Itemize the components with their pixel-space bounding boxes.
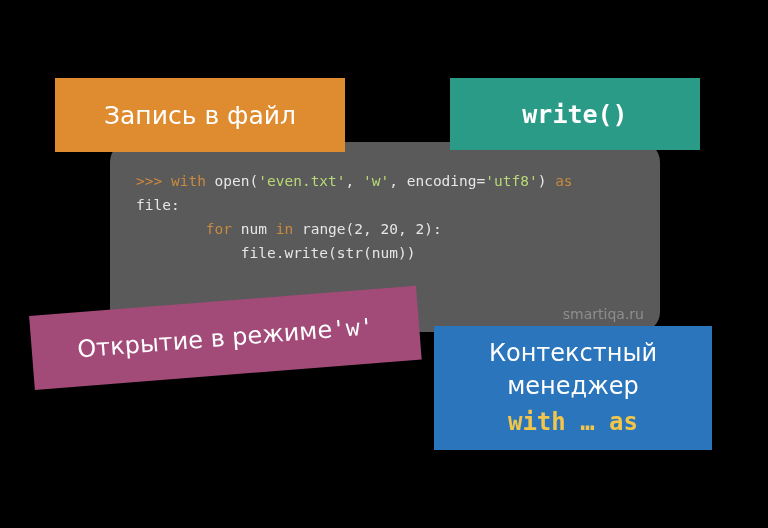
card-with-as-label: with … as bbox=[508, 406, 638, 438]
code-content: >>> with open('even.txt', 'w', encoding=… bbox=[136, 170, 634, 266]
card-context-line2: менеджер bbox=[507, 372, 639, 400]
str-mode: 'w' bbox=[363, 173, 389, 189]
card-open-mode-value: 'w' bbox=[331, 313, 374, 342]
kw-as: as bbox=[555, 173, 572, 189]
card-context-manager: Контекстный менеджер with … as bbox=[434, 326, 712, 450]
card-write-to-file-label: Запись в файл bbox=[104, 101, 296, 130]
kw-with: with bbox=[171, 173, 206, 189]
fn-range: range bbox=[302, 221, 346, 237]
code-prompt: >>> bbox=[136, 173, 162, 189]
card-context-line1: Контекстный bbox=[489, 339, 657, 367]
kw-for: for bbox=[206, 221, 232, 237]
card-write-to-file: Запись в файл bbox=[55, 78, 345, 152]
card-open-mode: Открытие в режиме 'w' bbox=[29, 286, 422, 390]
var-file: file bbox=[136, 197, 171, 213]
kw-in: in bbox=[276, 221, 293, 237]
site-watermark: smartiqa.ru bbox=[563, 306, 644, 322]
card-write-fn: write() bbox=[450, 78, 700, 150]
str-filename: 'even.txt' bbox=[258, 173, 345, 189]
card-write-fn-label: write() bbox=[522, 100, 627, 129]
loop-body: file.write(str(num)) bbox=[241, 245, 416, 261]
card-open-mode-prefix: Открытие в режиме bbox=[76, 315, 333, 363]
str-encoding: 'utf8' bbox=[485, 173, 537, 189]
fn-open: open bbox=[215, 173, 250, 189]
